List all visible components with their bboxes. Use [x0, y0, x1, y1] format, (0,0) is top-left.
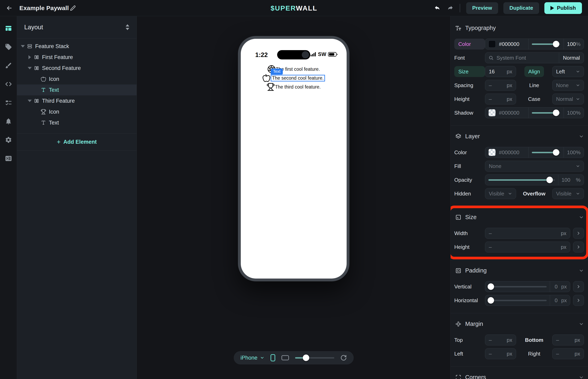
shadow-hex-field[interactable]: #000000 [485, 108, 528, 118]
duplicate-button[interactable]: Duplicate [503, 2, 539, 14]
typography-color-pill[interactable]: Color [454, 39, 485, 49]
line-height-input[interactable]: – px [485, 94, 516, 105]
layer-tree: Feature Stack First Feature Second Featu… [17, 38, 136, 134]
add-element-button[interactable]: + Add Element [17, 134, 136, 151]
section-title: Layer [465, 133, 480, 140]
height-input[interactable]: – px [485, 241, 570, 253]
width-expand-button[interactable] [573, 228, 584, 239]
status-time: 1:22 [255, 51, 268, 59]
hidden-select[interactable]: Visible [485, 188, 516, 199]
caret-expanded-icon[interactable] [27, 67, 32, 69]
line-select[interactable]: None [552, 80, 584, 91]
font-size-input[interactable]: 16 px [485, 66, 516, 77]
margin-bottom-input[interactable]: –px [552, 334, 584, 346]
letter-spacing-input[interactable]: – px [485, 80, 516, 91]
rail-code-icon[interactable] [2, 77, 15, 91]
padding-horizontal-expand-button[interactable] [573, 295, 584, 306]
margin-right-label: Right [528, 351, 540, 357]
collapse-chevron-icon[interactable] [579, 215, 584, 220]
rail-bell-icon[interactable] [2, 114, 15, 128]
layer-color-hex-field[interactable]: #000000 [485, 147, 528, 158]
sort-icon[interactable] [126, 24, 129, 30]
rail-tag-icon[interactable] [2, 40, 15, 54]
shadow-alpha-slider[interactable] [529, 108, 564, 118]
font-size-pill[interactable]: Size [454, 66, 485, 77]
line-height-label: Height [454, 96, 485, 102]
layer-color-alpha-value[interactable]: 100 % [564, 147, 584, 158]
canvas: 1:22 SW The first cool feature. [137, 16, 451, 379]
preview-button[interactable]: Preview [466, 2, 498, 14]
chevron-down-icon [576, 164, 580, 168]
layout-panel-title: Layout [24, 24, 43, 31]
margin-top-input[interactable]: –px [485, 334, 516, 346]
tree-item-icon[interactable]: Icon [17, 106, 136, 117]
tree-item-feature-stack[interactable]: Feature Stack [17, 41, 136, 52]
tree-item-text-selected[interactable]: Text [17, 84, 136, 95]
padding-horizontal-slider[interactable] [485, 295, 550, 306]
fill-select[interactable]: None [485, 161, 584, 172]
tree-item-first-feature[interactable]: First Feature [17, 52, 136, 63]
case-select[interactable]: Normal [552, 94, 584, 105]
color-swatch[interactable] [488, 40, 496, 48]
rail-checklist-icon[interactable] [2, 96, 15, 110]
align-pill[interactable]: Align [524, 66, 544, 77]
opacity-slider[interactable] [485, 175, 558, 185]
typography-icon [455, 25, 462, 31]
portrait-mode-button[interactable] [271, 354, 275, 362]
caret-expanded-icon[interactable] [27, 100, 32, 102]
margin-left-label: Left [454, 351, 485, 357]
chevron-down-icon [576, 97, 580, 101]
collapse-chevron-icon[interactable] [579, 321, 584, 327]
height-expand-button[interactable] [573, 241, 584, 253]
edit-title-icon[interactable] [70, 5, 76, 11]
tree-item-text[interactable]: Text [17, 117, 136, 128]
back-button[interactable] [5, 4, 13, 12]
selection-outline[interactable]: Text The second cool feature. [271, 75, 325, 81]
zoom-slider[interactable] [295, 355, 334, 361]
caret-expanded-icon[interactable] [20, 45, 25, 47]
width-input[interactable]: – px [485, 228, 570, 239]
font-weight-select[interactable]: Normal [559, 53, 584, 63]
collapse-chevron-icon[interactable] [579, 375, 584, 379]
opacity-control: 100 % [485, 174, 584, 185]
margin-left-input[interactable]: –px [485, 348, 516, 359]
color-hex-field[interactable]: #000000 [485, 39, 528, 49]
rail-layout-icon[interactable] [2, 21, 15, 35]
feature-row-3[interactable]: The third cool feature. [266, 82, 321, 91]
padding-horizontal-value[interactable]: 0 px [550, 295, 570, 306]
color-alpha-slider[interactable] [529, 39, 564, 49]
shadow-swatch[interactable] [488, 109, 496, 116]
publish-button[interactable]: Publish [544, 2, 582, 14]
shadow-alpha-value[interactable]: 100 % [564, 108, 584, 118]
landscape-mode-button[interactable] [281, 355, 289, 360]
collapse-chevron-icon[interactable] [579, 134, 584, 139]
overflow-select[interactable]: Visible [552, 188, 584, 199]
redo-icon[interactable] [446, 4, 454, 12]
caret-collapsed-icon[interactable] [27, 55, 32, 59]
layer-color-alpha-slider[interactable] [529, 147, 564, 158]
rail-terminal-icon[interactable] [2, 152, 15, 165]
padding-vertical-expand-button[interactable] [573, 281, 584, 292]
margin-right-input[interactable]: –px [552, 348, 584, 359]
tree-item-third-feature[interactable]: Third Feature [17, 95, 136, 106]
feature-row-2[interactable]: Text The second cool feature. [262, 74, 325, 82]
padding-icon [455, 268, 462, 274]
undo-icon[interactable] [434, 4, 441, 12]
rail-gear-icon[interactable] [2, 133, 15, 147]
refresh-button[interactable] [340, 355, 347, 361]
tree-item-icon[interactable]: Icon [17, 74, 136, 84]
rail-brush-icon[interactable] [2, 59, 15, 72]
device-select[interactable]: iPhone [241, 355, 264, 361]
layer-color-swatch[interactable] [488, 149, 496, 156]
color-alpha-value[interactable]: 100 % [564, 39, 584, 49]
padding-vertical-value[interactable]: 0 px [550, 281, 570, 292]
tree-item-second-feature[interactable]: Second Feature [17, 63, 136, 74]
iphone-screen[interactable]: 1:22 SW The first cool feature. [241, 39, 347, 279]
collapse-chevron-icon[interactable] [579, 268, 584, 273]
opacity-value[interactable]: 100 % [558, 175, 584, 185]
font-search-input[interactable]: System Font [485, 53, 559, 63]
padding-vertical-slider[interactable] [485, 281, 550, 292]
align-select[interactable]: Left [552, 66, 584, 77]
shadow-control: #000000 100 % [485, 107, 584, 118]
selection-tag: Text [271, 68, 283, 75]
